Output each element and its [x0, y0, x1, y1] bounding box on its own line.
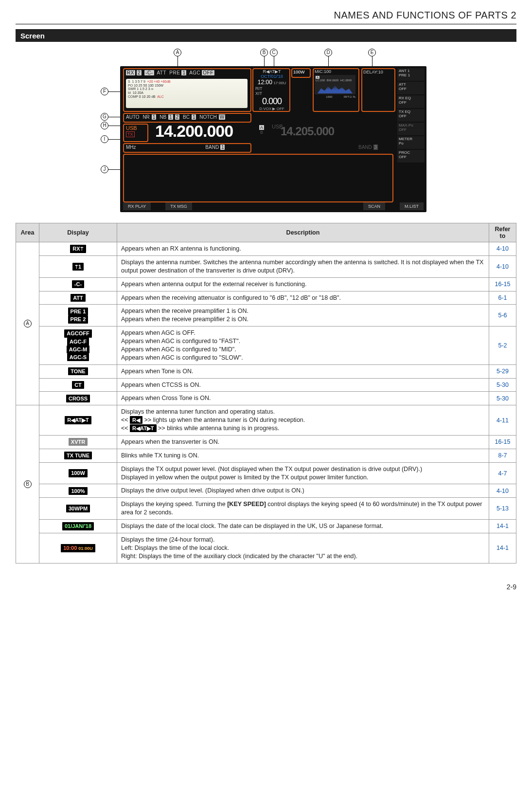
display-cell: TX TUNE: [39, 449, 117, 462]
callout-C: C: [270, 49, 278, 56]
display-cell: XVTR: [39, 435, 117, 449]
table-row: -C-Appears when antenna output for the e…: [16, 277, 516, 291]
area-cell: B: [16, 405, 39, 563]
col-refer: Refer to: [489, 223, 516, 242]
table-row: 10:00 01:00UDisplays the time (24-hour f…: [16, 533, 516, 563]
callout-G: G: [101, 113, 108, 121]
refer-cell: 8-7: [489, 449, 516, 462]
block-C-content: 100W: [293, 70, 305, 74]
table-row: XVTRAppears when the transverter is ON.1…: [16, 435, 516, 449]
description-cell: Appears when Cross Tone is ON.: [117, 392, 489, 405]
display-cell: -C-: [39, 277, 117, 291]
display-cell: 100W: [39, 462, 117, 484]
table-row: TX TUNEBlinks while TX tuning is ON.8-7: [16, 449, 516, 462]
description-cell: Blinks while TX tuning is ON.: [117, 449, 489, 462]
bottom-softkeys: RX PLAY TX MSG SCAN M.LIST: [123, 202, 424, 210]
col-display: Display: [39, 223, 117, 242]
display-cell: ATT: [39, 291, 117, 305]
status-row-G: AUTO NR1 NB12 BC1 NOTCHW: [126, 114, 227, 120]
description-cell: Appears when the transverter is ON.: [117, 435, 489, 449]
radio-screen-figure: A B C D E F G H I J RX2 -C- ATT PRE1 AGC…: [96, 49, 436, 214]
section-heading: Screen: [16, 29, 516, 42]
description-cell: Appears when the receive preamplifier 1 …: [117, 305, 489, 327]
refer-cell: 5-30: [489, 378, 516, 392]
callout-I: I: [101, 135, 108, 143]
table-row: CTAppears when CTCSS is ON.5-30: [16, 378, 516, 392]
display-cell: CT: [39, 378, 117, 392]
refer-cell: 4-7: [489, 462, 516, 484]
area-cell: A: [16, 242, 39, 405]
col-description: Description: [117, 223, 489, 242]
status-row-I: MHz BAND 1: [126, 145, 225, 150]
description-cell: Appears when Tone is ON.: [117, 364, 489, 378]
refer-cell: 16-15: [489, 435, 516, 449]
refer-cell: 5-6: [489, 305, 516, 327]
col-area: Area: [16, 223, 39, 242]
table-row: PRE 1PRE 2Appears when the receive pream…: [16, 305, 516, 327]
block-D-content: MIC:100 A LC:200 BW:2600 HC:2800 1500RFT…: [315, 69, 357, 94]
description-cell: Displays the drive output level. (Displa…: [117, 484, 489, 498]
description-cell: Displays the date of the local clock. Th…: [117, 520, 489, 533]
display-cell: R◀AT▶T: [39, 405, 117, 436]
refer-cell: 5-2: [489, 327, 516, 365]
callout-A: A: [174, 49, 181, 56]
description-cell: Displays the antenna number. Switches th…: [117, 255, 489, 277]
main-frequency: 14.200.000: [155, 122, 233, 141]
description-cell: Appears when antenna output for the exte…: [117, 277, 489, 291]
refer-cell: 4-10: [489, 255, 516, 277]
refer-cell: 16-15: [489, 277, 516, 291]
display-cell: ⍑1: [39, 255, 117, 277]
band3-label: BAND 3: [358, 145, 378, 150]
refer-cell: 6-1: [489, 291, 516, 305]
table-row: 100%Displays the drive output level. (Di…: [16, 484, 516, 498]
table-row: ARX⍑Appears when an RX antenna is functi…: [16, 242, 516, 256]
table-row: BR◀AT▶TDisplays the antenna tuner functi…: [16, 405, 516, 436]
table-row: CROSSAppears when Cross Tone is ON.5-30: [16, 392, 516, 405]
callout-H: H: [101, 122, 108, 129]
description-cell: Displays the time (24-hour format).Left:…: [117, 533, 489, 563]
table-row: 100WDisplays the TX output power level. …: [16, 462, 516, 484]
tx-indicator: TX: [126, 131, 135, 137]
block-B-content: R◀AT▶T OCT/01/'18 12:00 17:00U RITXIT 0.…: [255, 69, 288, 111]
refer-cell: 14-1: [489, 533, 516, 563]
table-row: ATTAppears when the receiving attenuator…: [16, 291, 516, 305]
region-J: [123, 154, 393, 202]
description-cell: Appears when an RX antenna is functionin…: [117, 242, 489, 256]
description-cell: Displays the TX output power level. (Not…: [117, 462, 489, 484]
display-cell: CROSS: [39, 392, 117, 405]
side-menu: ANT 1PRE 1 ATTOFF RX EQOFF TX EQOFF MAX-…: [397, 68, 425, 164]
callout-B: B: [260, 49, 268, 56]
callout-J: J: [101, 165, 108, 173]
display-cell: 01/JAN/'18: [39, 520, 117, 533]
refer-cell: 5-29: [489, 364, 516, 378]
description-cell: Appears when the receiving attenuator is…: [117, 291, 489, 305]
radio-screen: RX2 -C- ATT PRE1 AGCOFF S 1 3 5 7 9 +20 …: [120, 66, 426, 212]
refer-cell: 14-1: [489, 520, 516, 533]
table-row: TONEAppears when Tone is ON.5-29: [16, 364, 516, 378]
display-cell: AGCOFFAGC-FAGC-MAGC-S: [39, 327, 117, 365]
callout-E: E: [368, 49, 376, 56]
header-rule: [16, 24, 516, 24]
display-cell: PRE 1PRE 2: [39, 305, 117, 327]
description-table: Area Display Description Refer to ARX⍑Ap…: [16, 223, 516, 564]
description-cell: Appears when AGC is OFF.Appears when AGC…: [117, 327, 489, 365]
table-row: 30WPMDisplays the keying speed. Turning …: [16, 498, 516, 520]
region-E: [361, 68, 395, 112]
callout-D: D: [324, 49, 332, 56]
ab-indicator: AB: [259, 125, 264, 135]
page-number: 2-9: [16, 583, 516, 591]
table-row: 01/JAN/'18Displays the date of the local…: [16, 520, 516, 533]
refer-cell: 4-10: [489, 242, 516, 256]
refer-cell: 5-30: [489, 392, 516, 405]
display-cell: RX⍑: [39, 242, 117, 256]
mode-usb: USB: [126, 125, 137, 131]
display-cell: 30WPM: [39, 498, 117, 520]
display-cell: 100%: [39, 484, 117, 498]
callout-F: F: [101, 88, 108, 95]
refer-cell: 4-11: [489, 405, 516, 436]
description-cell: Appears when CTCSS is ON.: [117, 378, 489, 392]
display-cell: TONE: [39, 364, 117, 378]
description-cell: Displays the antenna tuner function and …: [117, 405, 489, 436]
sub-frequency: 14.205.000: [281, 125, 334, 138]
block-E-content: DELAY:10: [363, 70, 383, 74]
